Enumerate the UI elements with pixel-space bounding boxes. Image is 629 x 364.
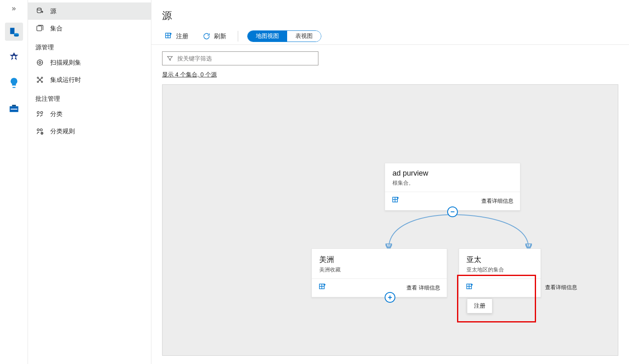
svg-point-6 — [37, 60, 42, 65]
node-title: ad purview — [392, 169, 513, 178]
collection-icon — [35, 24, 44, 33]
sidebar-item-classification[interactable]: 分类 — [28, 105, 151, 123]
sidebar-item-scan-rules[interactable]: 扫描规则集 — [28, 54, 151, 71]
icon-rail: » — [0, 0, 28, 364]
sidebar-item-label: 分类 — [50, 110, 63, 118]
scan-rules-icon — [35, 58, 44, 67]
sidebar-item-label: 源 — [50, 7, 56, 15]
refresh-button[interactable]: 刷新 — [200, 30, 229, 42]
svg-point-2 — [12, 56, 15, 59]
table-view-toggle[interactable]: 表视图 — [287, 31, 321, 42]
database-icon — [8, 26, 20, 37]
svg-rect-3 — [10, 109, 17, 109]
node-title: 亚太 — [467, 255, 533, 264]
node-subtitle: 亚太地区的集合 — [467, 266, 533, 274]
node-details-link[interactable]: 查看详细信息 — [481, 197, 513, 205]
svg-point-11 — [41, 81, 42, 82]
node-register-icon-button[interactable] — [392, 196, 400, 206]
svg-point-8 — [37, 77, 38, 78]
node-details-link[interactable]: 查看 详细信息 — [406, 284, 440, 292]
grid-plus-icon — [165, 32, 173, 40]
filter-input[interactable] — [177, 55, 314, 62]
node-details-link[interactable]: 查看详细信息 — [545, 284, 577, 291]
integration-runtime-icon — [35, 75, 44, 84]
node-americas[interactable]: 美洲 美洲收藏 查看 详细信息 — [311, 248, 447, 297]
sidebar-item-label: 扫描规则集 — [50, 59, 81, 67]
sidebar-item-label: 分类规则 — [50, 128, 75, 135]
svg-point-12 — [39, 79, 40, 80]
register-button[interactable]: 注册 — [162, 30, 191, 42]
register-popup[interactable]: 注册 — [467, 299, 492, 313]
sidebar-item-label: 集成运行时 — [50, 76, 81, 84]
svg-point-14 — [41, 111, 43, 114]
rail-data-sources[interactable] — [5, 23, 23, 41]
sidebar-item-sources[interactable]: 源 — [28, 2, 151, 20]
node-apac[interactable]: 亚太 亚太地区的集合 — [459, 248, 541, 297]
results-count[interactable]: 显示 4 个集合, 0 个源 — [151, 68, 629, 82]
rail-insights[interactable] — [5, 74, 23, 92]
filter-input-wrapper[interactable] — [162, 51, 318, 65]
svg-point-16 — [40, 129, 42, 131]
svg-point-13 — [37, 111, 39, 114]
connector-line-left — [385, 211, 455, 250]
sidebar: 源 集合 源管理 扫描规则集 集成运行时 批注管理 分类 分类规则 — [28, 0, 151, 364]
classification-rules-icon — [35, 127, 44, 136]
node-subtitle: 美洲收藏 — [319, 266, 439, 274]
sidebar-group-source-mgmt: 源管理 — [28, 37, 151, 54]
svg-point-15 — [37, 129, 39, 131]
classification-icon — [35, 109, 44, 118]
lightbulb-icon — [8, 77, 20, 88]
catalog-icon — [8, 51, 20, 63]
svg-point-9 — [41, 77, 42, 78]
connector-line-right — [450, 211, 533, 250]
toolbar-divider — [238, 31, 238, 42]
main-content: 源 注册 刷新 地图视图 表视图 显示 4 个集合, 0 个源 — [151, 0, 629, 364]
map-view-toggle[interactable]: 地图视图 — [248, 31, 287, 42]
toolbar: 注册 刷新 地图视图 表视图 — [151, 25, 629, 45]
view-toggle: 地图视图 表视图 — [247, 30, 321, 42]
collapse-node-button[interactable]: − — [447, 206, 458, 217]
page-title: 源 — [162, 9, 618, 22]
source-icon — [35, 7, 44, 16]
filter-icon — [167, 55, 173, 62]
sidebar-item-label: 集合 — [50, 25, 63, 32]
sidebar-group-annotation-mgmt: 批注管理 — [28, 88, 151, 105]
node-subtitle: 根集合。 — [392, 179, 513, 187]
svg-point-4 — [37, 8, 41, 10]
rail-catalog[interactable] — [5, 48, 23, 66]
expand-node-button[interactable]: + — [385, 292, 395, 303]
map-canvas[interactable]: ad purview 根集合。 查看详细信息 − 美洲 美洲收藏 查看 详细信息 — [162, 84, 618, 356]
refresh-icon — [202, 32, 211, 40]
svg-rect-5 — [37, 26, 42, 31]
node-register-icon-button[interactable] — [466, 283, 474, 293]
svg-point-7 — [39, 62, 41, 64]
svg-point-1 — [14, 35, 19, 37]
node-root[interactable]: ad purview 根集合。 查看详细信息 — [385, 163, 520, 211]
expand-rail-button[interactable]: » — [12, 4, 16, 13]
svg-point-10 — [37, 81, 38, 82]
sidebar-item-classification-rules[interactable]: 分类规则 — [28, 123, 151, 140]
node-title: 美洲 — [319, 255, 439, 264]
sidebar-item-collections[interactable]: 集合 — [28, 20, 151, 37]
toolbox-icon — [8, 102, 20, 114]
sidebar-item-integration-runtime[interactable]: 集成运行时 — [28, 71, 151, 88]
node-register-icon-button[interactable] — [318, 283, 327, 293]
rail-management[interactable] — [5, 99, 23, 117]
